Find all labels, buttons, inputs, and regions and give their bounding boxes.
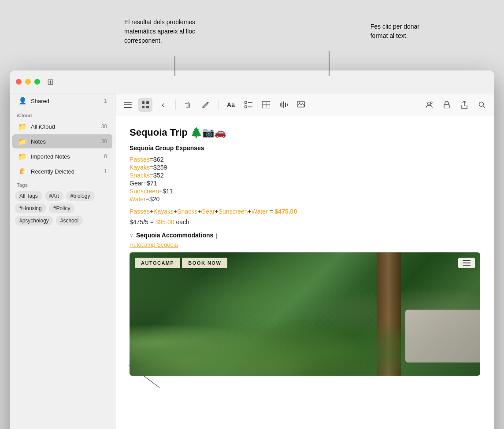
collapse-button[interactable]: ∨ xyxy=(130,232,133,238)
checklist-button[interactable] xyxy=(241,98,256,112)
image-menu-button[interactable] xyxy=(458,258,475,268)
toolbar-separator-2 xyxy=(218,100,219,110)
svg-point-25 xyxy=(430,102,432,104)
math-result-line: Passes+Kayaks+Snacks+Gear+Sunscreen+Wate… xyxy=(130,208,480,215)
grid-view-icon xyxy=(142,101,149,108)
right-panel: ‹ 🗑 Aa xyxy=(115,93,494,429)
media-button[interactable] xyxy=(294,98,308,112)
format-text-button[interactable]: Aa xyxy=(224,98,238,112)
sidebar-item-all-icloud-count: 30 xyxy=(101,123,107,129)
note-title: Sequoia Trip 🌲📷🚗 xyxy=(130,127,480,138)
tag-psychology[interactable]: #psychology xyxy=(15,216,53,226)
sidebar-toggle-button[interactable]: ⊞ xyxy=(47,77,54,87)
sidebar-item-all-icloud[interactable]: 📁 All iCloud 30 xyxy=(12,119,112,133)
expense-list: Passes=$62 Kayaks=$259 Snacks=$52 Gear=$… xyxy=(130,156,480,203)
sidebar-item-notes-label: Notes xyxy=(31,138,101,145)
campsite-image: AUTOCAMP BOOK NOW xyxy=(130,252,480,376)
menu-line-1 xyxy=(463,260,471,261)
menu-line-3 xyxy=(463,265,471,266)
accommodations-section-header: ∨ Sequoia Accommodations | xyxy=(130,232,480,239)
compose-icon xyxy=(202,101,210,109)
note-content: Sequoia Trip 🌲📷🚗 Sequoia Group Expenses … xyxy=(115,116,494,429)
sidebar-item-recently-deleted-label: Recently Deleted xyxy=(31,168,104,175)
maximize-button[interactable] xyxy=(34,79,40,85)
expense-gear: Gear=$71 xyxy=(130,180,480,187)
svg-line-28 xyxy=(483,106,485,108)
delete-button[interactable]: 🗑 xyxy=(181,98,195,112)
annotation-top-left: El resultat dels problemes matemàtics ap… xyxy=(124,18,195,45)
checklist-icon xyxy=(245,101,252,108)
svg-rect-10 xyxy=(245,101,247,104)
icloud-section-label: iCloud xyxy=(10,108,115,119)
audio-button[interactable] xyxy=(277,98,291,112)
accommodations-title: Sequoia Accommodations xyxy=(136,232,213,239)
list-view-button[interactable] xyxy=(121,98,135,112)
expense-water: Water=$20 xyxy=(130,196,480,203)
title-bar: ⊞ xyxy=(10,70,494,93)
sidebar-item-shared-count: 1 xyxy=(104,98,107,104)
trailer xyxy=(405,310,480,362)
tag-policy[interactable]: #Policy xyxy=(49,203,75,213)
toolbar: ‹ 🗑 Aa xyxy=(115,93,494,116)
tags-container: All Tags #Art #biology #Housing #Policy … xyxy=(15,191,110,226)
svg-rect-6 xyxy=(142,101,145,104)
shared-icon: 👤 xyxy=(18,96,27,106)
tag-school[interactable]: #school xyxy=(56,216,83,226)
svg-rect-20 xyxy=(285,103,286,107)
tag-all-tags[interactable]: All Tags xyxy=(15,191,42,201)
tag-art[interactable]: #Art xyxy=(45,191,63,201)
expense-kayaks: Kayaks=$259 xyxy=(130,164,480,171)
sidebar-item-notes-count: 30 xyxy=(101,138,107,144)
table-icon xyxy=(262,101,270,108)
svg-rect-19 xyxy=(283,101,284,108)
svg-point-23 xyxy=(299,102,300,104)
svg-rect-5 xyxy=(124,107,132,108)
grid-view-button[interactable] xyxy=(138,98,152,112)
sidebar-item-all-icloud-label: All iCloud xyxy=(31,123,101,130)
autocamp-link[interactable]: Autocamp Sequoia xyxy=(130,241,480,248)
tags-section: Tags All Tags #Art #biology #Housing #Po… xyxy=(10,179,115,229)
svg-point-27 xyxy=(479,102,484,106)
image-nav-bar: AUTOCAMP BOOK NOW xyxy=(135,258,475,268)
expense-sunscreen: Sunscreen=$11 xyxy=(130,188,480,195)
cursor-indicator: | xyxy=(216,232,217,239)
audio-icon xyxy=(280,101,288,108)
compose-button[interactable] xyxy=(199,98,213,112)
sidebar-item-recently-deleted[interactable]: 🗑 Recently Deleted 1 xyxy=(12,164,112,178)
back-button[interactable]: ‹ xyxy=(156,98,170,112)
tag-biology[interactable]: #biology xyxy=(66,191,95,201)
sidebar-item-imported-notes[interactable]: 📁 Imported Notes 0 xyxy=(12,149,112,163)
share-icon xyxy=(461,101,467,109)
share-button[interactable] xyxy=(457,98,471,112)
collaborate-button[interactable] xyxy=(422,98,436,112)
sidebar-item-notes[interactable]: 📁 Notes 30 xyxy=(12,134,112,148)
traffic-lights xyxy=(16,79,40,85)
search-button[interactable] xyxy=(475,98,489,112)
toolbar-separator-1 xyxy=(175,100,176,110)
menu-line-2 xyxy=(463,263,471,263)
svg-rect-7 xyxy=(146,101,149,104)
book-now-button[interactable]: BOOK NOW xyxy=(182,258,227,268)
tags-section-label: Tags xyxy=(15,182,110,188)
svg-rect-8 xyxy=(142,106,145,108)
sidebar-item-recently-deleted-count: 1 xyxy=(104,168,107,174)
svg-rect-17 xyxy=(280,103,281,107)
lock-icon xyxy=(444,101,450,108)
sidebar-item-shared[interactable]: 👤 Shared 1 xyxy=(12,94,112,108)
expense-passes: Passes=$62 xyxy=(130,156,480,163)
search-icon xyxy=(478,101,485,108)
table-button[interactable] xyxy=(259,98,273,112)
close-button[interactable] xyxy=(16,79,22,85)
lock-button[interactable] xyxy=(440,98,454,112)
sidebar-item-shared-label: Shared xyxy=(31,98,104,104)
svg-rect-21 xyxy=(287,104,288,106)
autocamp-nav-button[interactable]: AUTOCAMP xyxy=(135,258,180,268)
annotation-top-right: Fes clic per donar format al text. xyxy=(371,22,419,41)
minimize-button[interactable] xyxy=(25,79,31,85)
folder-icon-notes: 📁 xyxy=(18,137,27,146)
tag-housing[interactable]: #Housing xyxy=(15,203,46,213)
folder-icon-all-icloud: 📁 xyxy=(18,122,27,131)
division-line: $475/5 = $95.00 each xyxy=(130,218,480,226)
foliage xyxy=(130,296,414,376)
folder-icon-imported-notes: 📁 xyxy=(18,152,27,161)
